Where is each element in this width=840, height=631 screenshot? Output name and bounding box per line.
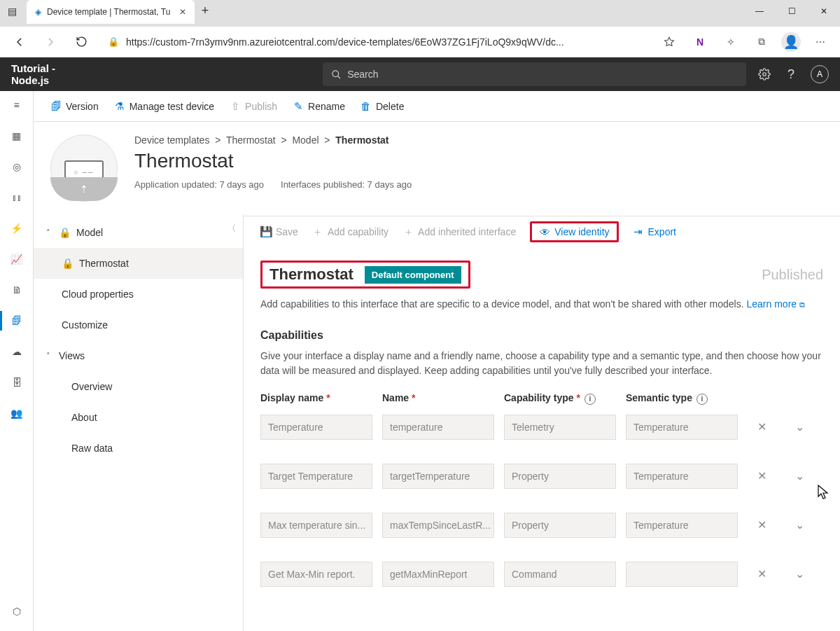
breadcrumb-thermostat[interactable]: Thermostat [226,134,276,146]
refresh-button[interactable] [70,31,92,53]
menu-icon[interactable]: ≡ [8,97,25,113]
add-capability-button: ＋ Add capability [312,226,388,237]
expand-row-icon[interactable]: ⌄ [785,518,813,532]
capability-type-field[interactable]: Property [504,513,616,538]
lock-icon: 🔒 [59,227,71,238]
admin-icon[interactable]: 🗄 [8,374,25,391]
lock-icon: 🔒 [108,36,119,47]
manage-device-button[interactable]: ⚗ Manage test device [114,101,214,112]
highlight-view-identity: 👁 View identity [530,221,618,242]
help-icon[interactable]: ? [784,67,798,81]
name-field[interactable]: temperature [382,415,494,440]
more-button[interactable]: ⋯ [809,31,832,53]
meta-app-updated: Application updated: 7 days ago [134,179,264,190]
tree-views[interactable]: ˄ Views [34,340,243,371]
data-export-icon[interactable]: ☁ [8,343,25,360]
version-button[interactable]: 🗐 Version [50,101,99,112]
tree-rawdata[interactable]: Raw data [34,433,243,464]
display-name-field[interactable]: Get Max-Min report. [260,562,372,587]
browser-tab[interactable]: ◈ Device template | Thermostat, Tu ✕ [27,0,195,24]
url-field[interactable]: 🔒 https://custom-7rn3ymv9nm.azureiotcent… [101,31,650,53]
tree-customize[interactable]: Customize [34,310,243,340]
devices-icon[interactable]: ◎ [8,158,25,175]
capability-type-field[interactable]: Telemetry [504,415,616,440]
capability-type-field[interactable]: Property [504,464,616,489]
rename-button[interactable]: ✎ Rename [293,101,345,112]
tree-about[interactable]: About [34,402,243,433]
export-icon: ⇥ [633,226,644,237]
name-field[interactable]: targetTemperature [382,464,494,489]
page-toolbar: 🗐 Version ⚗ Manage test device ⇧ Publish… [34,91,840,122]
files-icon[interactable]: 🗎 [8,282,25,298]
jobs-icon[interactable]: ⚡ [8,220,25,237]
collections-button[interactable]: ⧉ [750,31,773,53]
capability-row: Max temperature sin... maxTempSinceLastR… [260,513,823,538]
semantic-type-field[interactable]: Temperature [626,415,738,440]
rules-icon[interactable]: 📈 [8,251,25,268]
new-tab-button[interactable]: + [195,0,216,21]
info-icon[interactable]: i [584,394,596,405]
semantic-type-field[interactable] [626,562,738,587]
meta-interfaces-published: Interfaces published: 7 days ago [281,179,412,190]
templates-icon[interactable]: 🗐 [8,312,25,329]
expand-row-icon[interactable]: ⌄ [785,469,813,483]
close-window-button[interactable]: ✕ [808,0,840,22]
col-capability-type: Capability typei [504,392,616,405]
display-name-field[interactable]: Target Temperature [260,464,372,489]
profile-avatar[interactable]: 👤 [781,32,801,52]
expand-row-icon[interactable]: ⌄ [785,567,813,581]
settings-icon[interactable] [757,67,771,81]
display-name-field[interactable]: Temperature [260,415,372,440]
minimize-button[interactable]: ― [743,0,776,22]
breadcrumb-templates[interactable]: Device templates [134,134,209,146]
save-button: 💾 Save [260,226,298,237]
onenote-ext-icon[interactable]: N [689,31,711,53]
name-field[interactable]: getMaxMinReport [382,562,494,587]
close-tab-icon[interactable]: ✕ [179,7,186,17]
dashboard-icon[interactable]: ▦ [8,127,25,144]
delete-button[interactable]: 🗑 Delete [360,101,404,112]
display-name-field[interactable]: Max temperature sin... [260,513,372,538]
remove-row-icon[interactable]: ✕ [748,518,776,532]
favorites-bar-button[interactable]: ✧ [720,31,742,53]
info-icon[interactable]: i [696,394,708,405]
maximize-button[interactable]: ☐ [776,0,808,22]
remove-row-icon[interactable]: ✕ [748,420,776,434]
capability-type-field[interactable]: Command [504,562,616,587]
remove-row-icon[interactable]: ✕ [748,469,776,483]
tab-strip: ▤ ◈ Device template | Thermostat, Tu ✕ +… [0,0,840,27]
favorite-button[interactable] [658,31,680,53]
page-title: Thermostat [134,150,412,172]
plus-icon: ＋ [402,226,414,237]
remove-row-icon[interactable]: ✕ [748,567,776,581]
analytics-icon[interactable]: ⫾⫾ [8,189,25,206]
flask-icon: ⚗ [114,101,125,112]
trash-icon: 🗑 [360,101,372,112]
tree-thermostat[interactable]: 🔒 Thermostat [34,248,243,279]
view-identity-button[interactable]: 👁 View identity [539,226,609,237]
search-input[interactable]: Search [323,62,746,86]
search-placeholder: Search [347,69,378,80]
back-button[interactable] [8,31,31,53]
semantic-type-field[interactable]: Temperature [626,464,738,489]
tree-model[interactable]: ˄ 🔒 Model 〈 [34,217,243,248]
collapse-icon[interactable]: 〈 [227,223,236,235]
users-icon[interactable]: 👥 [8,405,25,422]
export-button[interactable]: ⇥ Export [633,226,676,237]
learn-more-link[interactable]: Learn more ⧉ [747,298,805,310]
expand-row-icon[interactable]: ⌄ [785,420,813,434]
tree-cloud-properties[interactable]: Cloud properties [34,279,243,310]
capabilities-description: Give your interface a display name and a… [260,349,823,378]
breadcrumb-model[interactable]: Model [292,134,318,146]
capability-row: Get Max-Min report. getMaxMinReport Comm… [260,562,823,587]
col-semantic-type: Semantic typei [626,392,738,405]
forward-button[interactable] [39,31,62,53]
default-component-badge: Default component [365,266,461,284]
semantic-type-field[interactable]: Temperature [626,513,738,538]
app-settings-icon[interactable]: ⬡ [8,603,25,620]
account-avatar[interactable]: A [811,65,829,83]
url-text: https://custom-7rn3ymv9nm.azureiotcentra… [126,36,564,48]
name-field[interactable]: maxTempSinceLastR... [382,513,494,538]
eye-icon: 👁 [539,226,550,237]
tree-overview[interactable]: Overview [34,371,243,402]
